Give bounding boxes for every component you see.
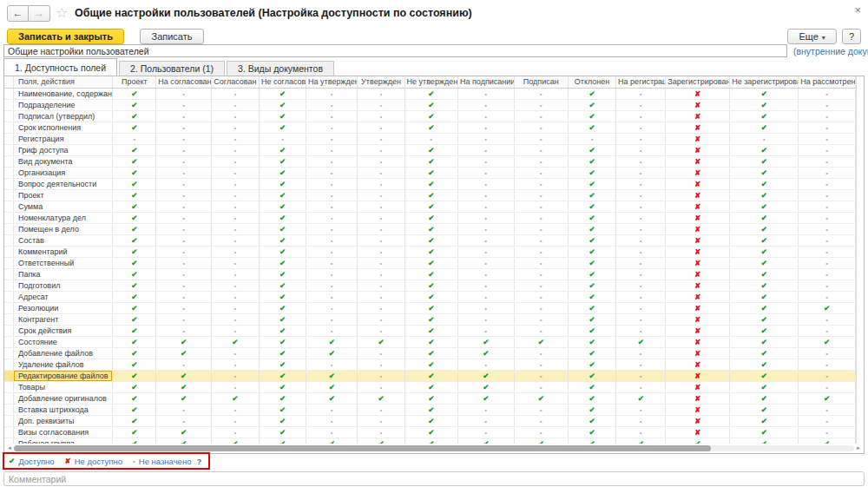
access-cell-available[interactable]: ✔ bbox=[404, 212, 457, 223]
access-cell-not-assigned[interactable]: • bbox=[306, 280, 358, 291]
access-cell-available[interactable]: ✔ bbox=[113, 234, 156, 246]
access-cell-not-available[interactable]: ✘ bbox=[666, 415, 730, 426]
access-cell-available[interactable]: ✔ bbox=[113, 347, 156, 359]
access-cell-not-assigned[interactable]: • bbox=[514, 178, 568, 189]
access-cell-not-assigned[interactable]: • bbox=[799, 122, 856, 133]
access-cell-available[interactable]: ✔ bbox=[616, 336, 666, 347]
row-label[interactable]: Регистрация bbox=[13, 133, 112, 144]
access-cell-available[interactable]: ✔ bbox=[404, 167, 457, 178]
access-cell-available[interactable]: ✔ bbox=[568, 257, 615, 268]
access-cell-available[interactable]: ✔ bbox=[404, 381, 457, 392]
access-cell-not-assigned[interactable]: • bbox=[358, 426, 404, 438]
access-cell-not-assigned[interactable]: • bbox=[799, 99, 856, 110]
access-cell-not-assigned[interactable]: • bbox=[514, 234, 568, 246]
access-cell-available[interactable]: ✔ bbox=[306, 438, 358, 444]
access-cell-not-assigned[interactable]: • bbox=[799, 325, 856, 336]
row-label[interactable]: Вопрос деятельности bbox=[13, 178, 112, 189]
access-cell-not-assigned[interactable]: • bbox=[156, 291, 211, 302]
column-header[interactable]: На рассмотрении bbox=[799, 76, 856, 88]
access-cell-not-available[interactable]: ✘ bbox=[666, 155, 730, 167]
column-header[interactable]: Утвержден bbox=[358, 76, 404, 88]
tab-fields-access[interactable]: 1. Доступность полей bbox=[3, 58, 117, 76]
access-cell-not-assigned[interactable]: • bbox=[799, 189, 856, 201]
access-cell-available[interactable]: ✔ bbox=[457, 370, 514, 381]
access-cell-not-assigned[interactable]: • bbox=[514, 167, 568, 178]
access-cell-not-assigned[interactable]: • bbox=[358, 359, 404, 370]
column-header-fields[interactable]: Поля, действия bbox=[13, 76, 112, 88]
access-cell-available[interactable]: ✔ bbox=[799, 392, 856, 404]
row-selector[interactable] bbox=[4, 110, 13, 122]
access-cell-not-assigned[interactable]: • bbox=[457, 325, 514, 336]
access-cell-not-assigned[interactable]: • bbox=[306, 212, 358, 223]
access-cell-available[interactable]: ✔ bbox=[113, 268, 156, 280]
access-cell-not-assigned[interactable]: • bbox=[211, 404, 259, 415]
access-cell-not-assigned[interactable]: • bbox=[616, 347, 666, 359]
access-cell-available[interactable]: ✔ bbox=[730, 404, 799, 415]
access-cell-available[interactable]: ✔ bbox=[259, 257, 306, 268]
row-label[interactable]: Удаление файлов bbox=[13, 359, 112, 370]
access-cell-not-assigned[interactable]: • bbox=[799, 280, 856, 291]
access-cell-not-assigned[interactable]: • bbox=[156, 246, 211, 257]
access-cell-available[interactable]: ✔ bbox=[259, 144, 306, 155]
access-cell-not-assigned[interactable]: • bbox=[211, 381, 259, 392]
access-cell-available[interactable]: ✔ bbox=[113, 404, 156, 415]
row-label[interactable]: Доп. реквизиты bbox=[13, 415, 112, 426]
access-cell-not-assigned[interactable]: • bbox=[799, 381, 856, 392]
access-cell-not-assigned[interactable]: • bbox=[156, 325, 211, 336]
access-cell-not-assigned[interactable]: • bbox=[156, 201, 211, 212]
row-label[interactable]: Комментарий bbox=[13, 246, 112, 257]
access-cell-not-assigned[interactable]: • bbox=[358, 313, 404, 325]
access-cell-available[interactable]: ✔ bbox=[568, 189, 615, 201]
access-cell-available[interactable]: ✔ bbox=[259, 189, 306, 201]
access-cell-available[interactable]: ✔ bbox=[113, 144, 156, 155]
access-cell-not-available[interactable]: ✘ bbox=[666, 122, 730, 133]
access-cell-available[interactable]: ✔ bbox=[113, 415, 156, 426]
access-cell-not-assigned[interactable]: • bbox=[306, 246, 358, 257]
access-cell-available[interactable]: ✔ bbox=[113, 212, 156, 223]
access-cell-available[interactable]: ✔ bbox=[730, 359, 799, 370]
row-selector[interactable] bbox=[4, 415, 13, 426]
row-selector[interactable] bbox=[4, 201, 13, 212]
access-cell-available[interactable]: ✔ bbox=[404, 415, 457, 426]
access-cell-available[interactable]: ✔ bbox=[568, 122, 615, 133]
access-cell-not-assigned[interactable]: • bbox=[211, 155, 259, 167]
access-cell-not-assigned[interactable]: • bbox=[211, 313, 259, 325]
access-cell-not-assigned[interactable]: • bbox=[616, 370, 666, 381]
access-cell-available[interactable]: ✔ bbox=[404, 426, 457, 438]
row-label[interactable]: Гриф доступа bbox=[13, 144, 112, 155]
access-cell-not-assigned[interactable]: • bbox=[457, 212, 514, 223]
access-cell-available[interactable]: ✔ bbox=[730, 370, 799, 381]
access-cell-not-assigned[interactable]: • bbox=[259, 133, 306, 144]
access-cell-available[interactable]: ✔ bbox=[457, 381, 514, 392]
access-cell-not-assigned[interactable]: • bbox=[306, 313, 358, 325]
access-cell-not-available[interactable]: ✘ bbox=[666, 291, 730, 302]
access-cell-not-assigned[interactable]: • bbox=[211, 201, 259, 212]
access-cell-available[interactable]: ✔ bbox=[404, 257, 457, 268]
settings-name-input[interactable] bbox=[3, 44, 787, 57]
access-cell-not-assigned[interactable]: • bbox=[211, 122, 259, 133]
access-cell-not-assigned[interactable]: • bbox=[358, 212, 404, 223]
access-cell-available[interactable]: ✔ bbox=[730, 155, 799, 167]
access-cell-not-assigned[interactable]: • bbox=[616, 99, 666, 110]
access-cell-available[interactable]: ✔ bbox=[259, 404, 306, 415]
access-cell-available[interactable]: ✔ bbox=[730, 144, 799, 155]
access-cell-available[interactable]: ✔ bbox=[568, 438, 615, 444]
access-cell-available[interactable]: ✔ bbox=[404, 392, 457, 404]
access-cell-not-assigned[interactable]: • bbox=[156, 280, 211, 291]
tab-document-types[interactable]: 3. Виды документов bbox=[227, 61, 334, 76]
access-cell-available[interactable]: ✔ bbox=[568, 144, 615, 155]
access-cell-not-assigned[interactable]: • bbox=[358, 201, 404, 212]
access-cell-not-assigned[interactable]: • bbox=[211, 325, 259, 336]
access-cell-not-available[interactable]: ✘ bbox=[666, 110, 730, 122]
access-cell-available[interactable]: ✔ bbox=[568, 223, 615, 234]
access-cell-not-assigned[interactable]: • bbox=[156, 234, 211, 246]
row-selector[interactable] bbox=[4, 426, 13, 438]
access-cell-not-assigned[interactable]: • bbox=[358, 415, 404, 426]
access-cell-not-available[interactable]: ✘ bbox=[666, 144, 730, 155]
access-cell-available[interactable]: ✔ bbox=[404, 246, 457, 257]
access-cell-not-assigned[interactable]: • bbox=[156, 257, 211, 268]
row-selector[interactable] bbox=[4, 325, 13, 336]
row-selector[interactable] bbox=[4, 189, 13, 201]
access-cell-not-assigned[interactable]: • bbox=[306, 167, 358, 178]
access-cell-not-available[interactable]: ✘ bbox=[666, 167, 730, 178]
